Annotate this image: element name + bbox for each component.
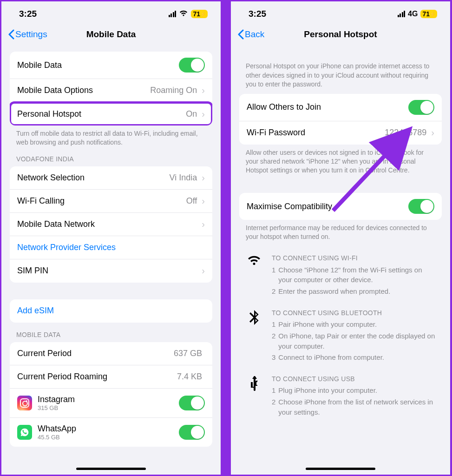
group-esim: Add eSIM	[10, 299, 212, 323]
nav-bar: Back Personal Hotspot	[231, 23, 450, 48]
row-allow-others[interactable]: Allow Others to Join	[239, 94, 442, 121]
row-wifi-calling[interactable]: Wi-Fi Calling Off ›	[10, 190, 212, 213]
phone-left: 3:25 71⚡ Settings Mobile Data Mobile Dat…	[0, 0, 222, 476]
page-title: Mobile Data	[86, 29, 136, 40]
status-time: 3:25	[249, 9, 266, 19]
group-header: MOBILE DATA	[1, 323, 221, 342]
whatsapp-icon	[17, 425, 32, 440]
row-add-esim[interactable]: Add eSIM	[10, 299, 212, 323]
row-wifi-password[interactable]: Wi-Fi Password 123456789 ›	[239, 121, 442, 145]
toggle-app[interactable]	[179, 425, 205, 440]
chevron-right-icon: ›	[202, 219, 205, 230]
instruction-wifi: TO CONNECT USING WI-FI 1Choose "iPhone 1…	[231, 248, 450, 303]
bluetooth-icon	[246, 308, 262, 364]
toggle-mobile-data[interactable]	[179, 58, 205, 73]
battery-indicator: 71⚡	[191, 10, 208, 18]
wifi-icon	[179, 9, 188, 19]
chevron-right-icon: ›	[202, 265, 205, 276]
back-button[interactable]: Settings	[8, 29, 47, 40]
row-sim-pin[interactable]: SIM PIN ›	[10, 259, 212, 283]
group-usage: Current Period 637 GB Current Period Roa…	[10, 342, 212, 447]
phone-right: 3:25 4G 71⚡ Back Personal Hotspot Person…	[229, 0, 452, 476]
back-label: Settings	[15, 29, 47, 40]
row-app-whatsapp[interactable]: WhatsApp 45.5 GB	[10, 418, 212, 447]
row-app-instagram[interactable]: Instagram 315 GB	[10, 389, 212, 418]
label: Personal Hotspot	[17, 109, 186, 119]
wifi-icon	[246, 253, 262, 298]
footer-text: Allow other users or devices not signed …	[231, 145, 450, 175]
row-mobile-data[interactable]: Mobile Data	[10, 52, 212, 79]
chevron-right-icon: ›	[431, 127, 434, 138]
status-time: 3:25	[19, 9, 37, 19]
intro-text: Personal Hotspot on your iPhone can prov…	[231, 48, 450, 94]
cellular-signal-icon	[169, 11, 177, 17]
battery-indicator: 71⚡	[420, 10, 437, 18]
row-maximise-compatibility[interactable]: Maximise Compatibility	[239, 193, 442, 220]
page-title: Personal Hotspot	[304, 29, 377, 40]
row-network-selection[interactable]: Network Selection Vi India ›	[10, 166, 212, 190]
toggle-app[interactable]	[179, 396, 205, 410]
toggle-allow-others[interactable]	[408, 100, 434, 115]
chevron-right-icon: ›	[202, 85, 205, 96]
cellular-signal-icon	[398, 11, 406, 17]
toggle-compat[interactable]	[408, 199, 434, 214]
value: Roaming On	[150, 86, 197, 95]
row-personal-hotspot[interactable]: Personal Hotspot On ›	[10, 102, 212, 126]
group-header: VODAFONE INDIA	[1, 147, 221, 166]
home-indicator[interactable]	[306, 468, 375, 470]
footer-text: Internet performance may be reduced for …	[231, 220, 450, 241]
instagram-icon	[17, 396, 32, 410]
status-bar: 3:25 71⚡	[1, 1, 221, 23]
row-current-period: Current Period 637 GB	[10, 342, 212, 365]
home-indicator[interactable]	[76, 468, 146, 470]
row-current-period-roaming: Current Period Roaming 7.4 KB	[10, 365, 212, 389]
chevron-right-icon: ›	[202, 109, 205, 119]
status-bar: 3:25 4G 71⚡	[231, 1, 450, 23]
group-allow: Allow Others to Join Wi-Fi Password 1234…	[239, 94, 442, 145]
row-network-provider-services[interactable]: Network Provider Services	[10, 236, 212, 259]
instruction-usb: TO CONNECT USING USB 1Plug iPhone into y…	[231, 369, 450, 423]
value: On	[186, 109, 197, 119]
label: Mobile Data	[17, 60, 179, 70]
footer-text: Turn off mobile data to restrict all dat…	[1, 126, 221, 147]
row-mobile-data-network[interactable]: Mobile Data Network ›	[10, 213, 212, 236]
instruction-bluetooth: TO CONNECT USING BLUETOOTH 1Pair iPhone …	[231, 303, 450, 369]
usb-icon	[246, 374, 262, 419]
back-button[interactable]: Back	[237, 29, 264, 40]
chevron-right-icon: ›	[202, 196, 205, 206]
nav-bar: Settings Mobile Data	[1, 23, 221, 48]
network-type: 4G	[408, 10, 418, 18]
label: Mobile Data Options	[17, 86, 150, 95]
group-mobile-data: Mobile Data Mobile Data Options Roaming …	[10, 52, 212, 126]
group-compat: Maximise Compatibility	[239, 193, 442, 220]
group-carrier: Network Selection Vi India › Wi-Fi Calli…	[10, 166, 212, 283]
back-label: Back	[245, 29, 264, 40]
chevron-right-icon: ›	[202, 172, 205, 183]
row-mobile-data-options[interactable]: Mobile Data Options Roaming On ›	[10, 79, 212, 102]
